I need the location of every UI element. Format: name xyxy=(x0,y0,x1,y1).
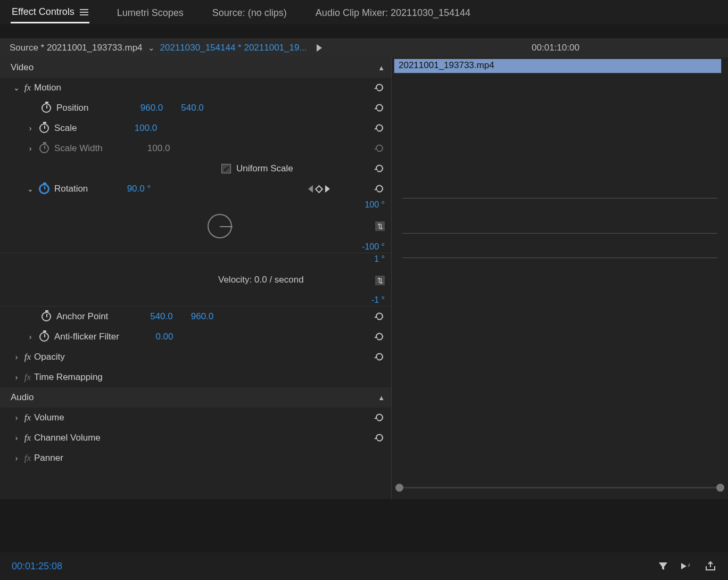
twirl-right-icon[interactable]: › xyxy=(26,124,35,132)
effect-volume[interactable]: › fx Volume xyxy=(0,408,391,428)
twirl-right-icon[interactable]: › xyxy=(12,434,21,442)
reset-icon[interactable] xyxy=(373,82,386,93)
scale-width-value: 100.0 xyxy=(147,143,170,154)
twirl-right-icon[interactable]: › xyxy=(26,144,35,153)
tab-lumetri-scopes[interactable]: Lumetri Scopes xyxy=(116,2,185,23)
zoom-handle-left[interactable] xyxy=(395,484,403,492)
position-x-value[interactable]: 960.0 xyxy=(140,103,163,113)
reset-icon[interactable] xyxy=(373,163,386,174)
reset-icon[interactable] xyxy=(373,332,386,342)
rotation-graph-lane[interactable] xyxy=(392,195,728,261)
tab-audio-clip-mixer[interactable]: Audio Clip Mixer: 20211030_154144 xyxy=(315,2,471,23)
panel-menu-icon[interactable] xyxy=(80,9,88,15)
stopwatch-icon xyxy=(39,144,49,153)
source-sequence-row: Source * 20211001_193733.mp4 ⌄ 20211030_… xyxy=(0,38,728,57)
twirl-right-icon[interactable]: › xyxy=(12,353,21,361)
graph-scale-icon[interactable]: ⇅ xyxy=(375,276,385,285)
timeline-clip-bar[interactable]: 20211001_193733.mp4 xyxy=(394,59,722,73)
keyframe-navigator xyxy=(308,185,330,193)
reset-icon[interactable] xyxy=(373,103,386,113)
reset-icon[interactable] xyxy=(373,412,386,423)
play-icon[interactable] xyxy=(317,44,322,52)
property-label: Uniform Scale xyxy=(236,163,293,174)
export-icon[interactable] xyxy=(705,561,716,571)
property-uniform-scale: ✔ Uniform Scale xyxy=(0,159,391,179)
status-bar: 00:01:25:08 ♪ xyxy=(0,552,728,580)
property-label: Scale xyxy=(54,123,77,134)
reset-icon[interactable] xyxy=(373,352,386,362)
tab-effect-controls[interactable]: Effect Controls xyxy=(11,1,89,23)
reset-icon[interactable] xyxy=(373,184,386,194)
rotation-dial-icon[interactable] xyxy=(208,214,232,238)
stopwatch-active-icon[interactable] xyxy=(39,184,49,194)
effect-label: Time Remapping xyxy=(34,372,103,383)
property-antiflicker: › Anti-flicker Filter 0.00 xyxy=(0,327,391,347)
scale-value[interactable]: 100.0 xyxy=(135,123,158,134)
twirl-down-icon[interactable]: ⌄ xyxy=(12,84,21,92)
stopwatch-icon[interactable] xyxy=(39,332,49,342)
fx-badge-icon: fx xyxy=(21,433,34,443)
graph-scale-icon[interactable]: ⇅ xyxy=(375,221,385,231)
collapse-up-icon[interactable]: ▲ xyxy=(378,394,385,402)
chevron-down-icon[interactable]: ⌄ xyxy=(148,43,155,53)
position-y-value[interactable]: 540.0 xyxy=(181,103,204,113)
filter-icon[interactable] xyxy=(658,561,668,571)
graph-max: 100 ° xyxy=(365,200,385,210)
effect-motion[interactable]: ⌄ fx Motion xyxy=(0,78,391,98)
stopwatch-icon[interactable] xyxy=(39,123,49,133)
antiflicker-value[interactable]: 0.00 xyxy=(155,332,173,342)
twirl-right-icon[interactable]: › xyxy=(12,454,21,462)
rotation-value[interactable]: 90.0 ° xyxy=(127,184,151,194)
section-label: Video xyxy=(11,62,34,73)
property-scale-width: › Scale Width 100.0 xyxy=(0,138,391,159)
reset-icon xyxy=(373,143,386,154)
collapse-up-icon[interactable]: ▲ xyxy=(378,64,385,72)
current-timecode[interactable]: 00:01:25:08 xyxy=(12,561,62,572)
twirl-right-icon[interactable]: › xyxy=(12,413,21,422)
velocity-label: Velocity: 0.0 / second xyxy=(218,275,304,285)
reset-icon[interactable] xyxy=(373,123,386,134)
zoom-handle-right[interactable] xyxy=(716,484,724,492)
property-label: Anchor Point xyxy=(56,311,108,322)
add-keyframe-icon[interactable] xyxy=(315,185,323,193)
prev-keyframe-icon[interactable] xyxy=(308,185,313,193)
stopwatch-icon[interactable] xyxy=(42,103,51,113)
effect-label: Volume xyxy=(34,412,64,423)
reset-icon[interactable] xyxy=(373,311,386,322)
stopwatch-icon[interactable] xyxy=(42,312,51,321)
sequence-clip-label[interactable]: 20211030_154144 * 20211001_19... xyxy=(160,43,307,53)
property-label: Position xyxy=(56,103,88,113)
tab-source[interactable]: Source: (no clips) xyxy=(211,2,288,23)
property-label: Scale Width xyxy=(54,143,103,154)
play-audio-icon[interactable]: ♪ xyxy=(680,561,693,571)
anchor-y-value[interactable]: 960.0 xyxy=(191,311,214,322)
audio-section-header[interactable]: Audio ▲ xyxy=(0,387,391,408)
effect-label: Opacity xyxy=(34,352,65,362)
effect-opacity[interactable]: › fx Opacity xyxy=(0,347,391,367)
anchor-x-value[interactable]: 540.0 xyxy=(150,311,173,322)
reset-icon[interactable] xyxy=(373,433,386,443)
uniform-scale-checkbox[interactable]: ✔ xyxy=(221,164,231,173)
svg-text:♪: ♪ xyxy=(688,561,691,568)
velocity-max: 1 ° xyxy=(374,254,385,264)
zoom-scrollbar[interactable] xyxy=(397,481,723,494)
velocity-min: -1 ° xyxy=(371,295,385,305)
effect-channel-volume[interactable]: › fx Channel Volume xyxy=(0,428,391,448)
twirl-down-icon[interactable]: ⌄ xyxy=(26,185,35,193)
next-keyframe-icon[interactable] xyxy=(325,185,330,193)
property-scale: › Scale 100.0 xyxy=(0,118,391,138)
rotation-velocity-graph[interactable]: 1 ° Velocity: 0.0 / second ⇅ -1 ° xyxy=(0,253,391,306)
timeline-pane: 20211001_193733.mp4 xyxy=(391,57,728,499)
video-section-header[interactable]: Video ▲ xyxy=(0,57,391,78)
effect-time-remapping[interactable]: › fx Time Remapping xyxy=(0,367,391,387)
section-label: Audio xyxy=(11,392,34,403)
property-anchor-point: Anchor Point 540.0 960.0 xyxy=(0,306,391,327)
effect-label: Channel Volume xyxy=(34,433,101,443)
effect-panner[interactable]: › fx Panner xyxy=(0,448,391,468)
twirl-right-icon[interactable]: › xyxy=(26,333,35,341)
rotation-value-graph[interactable]: 100 ° ⇅ -100 ° xyxy=(0,199,391,253)
property-label: Anti-flicker Filter xyxy=(54,332,119,342)
twirl-right-icon[interactable]: › xyxy=(12,373,21,382)
fx-badge-icon: fx xyxy=(21,82,34,93)
fx-badge-icon: fx xyxy=(21,453,34,463)
